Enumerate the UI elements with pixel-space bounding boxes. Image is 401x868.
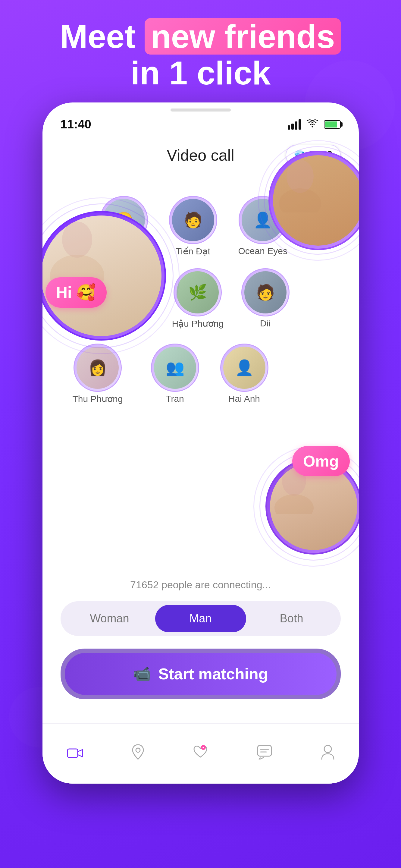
battery-icon bbox=[324, 120, 341, 129]
user-haiAnh[interactable]: 👤 Hai Anh bbox=[220, 344, 268, 404]
signal-icon bbox=[288, 119, 301, 130]
header-highlight: new friends bbox=[145, 18, 341, 55]
header-line2: in 1 click bbox=[0, 55, 401, 91]
nav-heart[interactable]: ♥ bbox=[193, 744, 208, 763]
nav-location[interactable] bbox=[132, 744, 144, 764]
svg-point-6 bbox=[274, 494, 314, 514]
bubble-omg: Omg bbox=[292, 446, 349, 476]
gender-woman-btn[interactable]: Woman bbox=[64, 605, 155, 632]
start-matching-label: Start matching bbox=[158, 665, 268, 683]
phone-notch bbox=[170, 108, 231, 112]
svg-point-8 bbox=[136, 748, 140, 752]
user-dii[interactable]: 🧑 Dii bbox=[241, 268, 290, 329]
user-tiendat[interactable]: 🧑 Tiến Đạt bbox=[169, 196, 217, 256]
status-bar: 11:40 bbox=[61, 118, 341, 131]
nav-video[interactable] bbox=[67, 745, 83, 763]
user-thuPhuong-name: Thu Phương bbox=[73, 394, 123, 404]
gender-both-btn[interactable]: Both bbox=[246, 605, 337, 632]
user-haiAnh-name: Hai Anh bbox=[220, 394, 268, 404]
connecting-text: 71652 people are connecting... bbox=[42, 579, 359, 591]
start-matching-button[interactable]: 📹 Start matching bbox=[65, 653, 337, 695]
wifi-icon bbox=[306, 118, 319, 131]
phone-mockup: 11:40 Video call 💎 bbox=[42, 102, 359, 784]
user-hauPhuong[interactable]: 🌿 Hậu Phương bbox=[172, 268, 224, 329]
main-featured-avatar[interactable] bbox=[42, 211, 166, 341]
nav-chat[interactable] bbox=[257, 744, 272, 763]
svg-point-0 bbox=[311, 126, 313, 127]
status-icons bbox=[288, 118, 341, 131]
user-hauPhuong-name: Hậu Phương bbox=[172, 318, 224, 329]
svg-text:♥: ♥ bbox=[202, 746, 204, 749]
nav-location-icon bbox=[132, 744, 144, 764]
svg-rect-11 bbox=[258, 745, 271, 756]
nav-video-icon bbox=[67, 745, 83, 763]
gender-man-btn[interactable]: Man bbox=[155, 605, 246, 632]
gender-selector: Woman Man Both bbox=[61, 601, 341, 636]
start-btn-outer: 📹 Start matching bbox=[61, 649, 341, 699]
bubble-hi: Hi 🥰 bbox=[45, 277, 107, 308]
header-line1: Meet new friends bbox=[0, 18, 401, 55]
nav-chat-icon bbox=[257, 744, 272, 763]
screen-title: Video call bbox=[154, 146, 247, 164]
svg-point-1 bbox=[287, 160, 314, 193]
user-tran-name: Tran bbox=[151, 394, 199, 404]
user-dii-name: Dii bbox=[241, 318, 290, 329]
start-matching-container: 📹 Start matching bbox=[61, 649, 341, 699]
nav-profile[interactable] bbox=[321, 744, 334, 764]
svg-point-3 bbox=[62, 221, 92, 258]
app-header: Meet new friends in 1 click bbox=[0, 18, 401, 91]
nav-heart-icon: ♥ bbox=[193, 744, 208, 763]
svg-point-2 bbox=[279, 188, 321, 213]
svg-rect-7 bbox=[67, 749, 78, 757]
bottom-navigation: ♥ bbox=[42, 723, 359, 784]
nav-profile-icon bbox=[321, 744, 334, 764]
status-time: 11:40 bbox=[61, 118, 91, 131]
video-camera-icon: 📹 bbox=[133, 665, 151, 682]
featured-avatar-top-right[interactable] bbox=[268, 151, 359, 250]
user-tran[interactable]: 👥 Tran bbox=[151, 344, 199, 404]
svg-point-14 bbox=[324, 745, 331, 752]
